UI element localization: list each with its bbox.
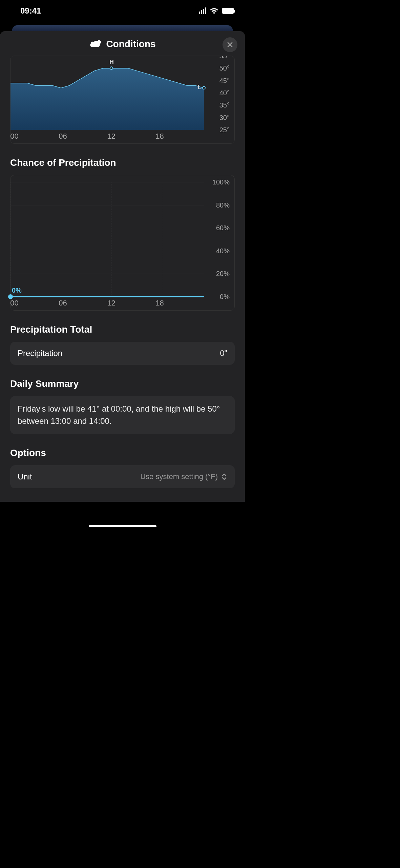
page-title-text: Conditions <box>106 39 155 50</box>
wifi-icon <box>210 7 218 14</box>
temp-marker-dot <box>110 66 113 70</box>
battery-icon <box>222 8 234 14</box>
close-icon <box>227 41 233 48</box>
temp-y-tick: 45° <box>219 77 230 84</box>
unit-label: Unit <box>18 472 32 481</box>
precip-y-tick: 20% <box>216 270 230 278</box>
precip-x-tick: 06 <box>59 299 67 308</box>
temp-x-tick: 06 <box>59 132 67 141</box>
daily-summary-title: Daily Summary <box>10 378 235 389</box>
chevron-up-down-icon <box>221 473 227 480</box>
home-indicator[interactable] <box>89 525 156 527</box>
precip-y-tick: 0% <box>220 293 230 301</box>
status-time: 09:41 <box>20 6 41 16</box>
temp-y-tick: 55° <box>219 56 230 60</box>
precip-total-label: Precipitation <box>18 349 62 358</box>
precip-y-tick: 100% <box>212 178 230 186</box>
unit-option-row[interactable]: Unit Use system setting (°F) <box>10 465 235 488</box>
svg-point-0 <box>97 40 101 44</box>
precip-section-title: Chance of Precipitation <box>10 157 235 168</box>
precip-y-tick: 80% <box>216 201 230 209</box>
status-icons <box>199 7 234 14</box>
precip-x-tick: 12 <box>107 299 115 308</box>
unit-value: Use system setting (°F) <box>140 472 218 481</box>
temp-y-tick: 35° <box>219 101 230 109</box>
sheet-header: Conditions <box>0 31 245 56</box>
temp-y-tick: 30° <box>219 114 230 121</box>
precip-total-title: Precipitation Total <box>10 324 235 335</box>
precip-y-tick: 40% <box>216 247 230 255</box>
precip-x-tick: 00 <box>10 299 18 308</box>
temp-y-tick: 40° <box>219 89 230 97</box>
precip-chart[interactable]: 0% 100%80%60%40%20%0% 00061218 <box>10 175 235 311</box>
precip-total-value: 0" <box>220 349 227 358</box>
page-title: Conditions <box>89 39 155 50</box>
daily-summary-card: Friday's low will be 41° at 00:00, and t… <box>10 396 235 434</box>
temp-marker-label: L <box>198 84 202 91</box>
conditions-sheet: Conditions HL 55°50°45°40°35°30°25° 0006… <box>0 31 245 502</box>
status-bar: 09:41 <box>0 0 245 22</box>
precip-x-tick: 18 <box>155 299 164 308</box>
precip-total-row: Precipitation 0" <box>10 342 235 365</box>
temp-x-tick: 18 <box>155 132 164 141</box>
daily-summary-text: Friday's low will be 41° at 00:00, and t… <box>18 404 220 426</box>
precip-y-tick: 60% <box>216 224 230 232</box>
cellular-icon <box>199 7 206 14</box>
temp-marker-label: H <box>109 59 114 66</box>
cloud-icon <box>89 39 102 49</box>
precip-current-label: 0% <box>12 287 22 294</box>
temp-x-tick: 12 <box>107 132 115 141</box>
options-title: Options <box>10 448 235 458</box>
temp-x-tick: 00 <box>10 132 18 141</box>
temp-y-tick: 50° <box>219 64 230 72</box>
temperature-chart[interactable]: HL 55°50°45°40°35°30°25° 00061218 <box>10 56 235 144</box>
temp-y-tick: 25° <box>219 126 230 134</box>
close-button[interactable] <box>223 37 237 52</box>
background-card-peek <box>12 25 233 31</box>
